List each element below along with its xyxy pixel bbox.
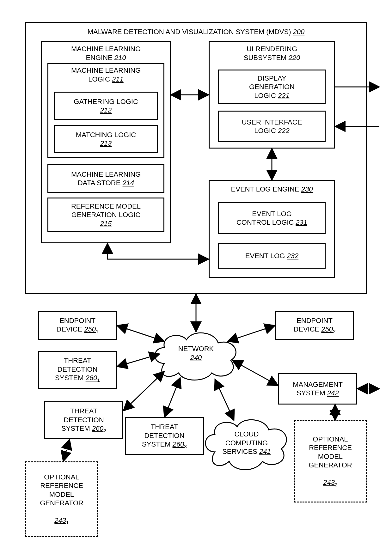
event-log-ref: 232 [287,252,298,260]
network-ref: 240 [190,354,202,362]
matching-title: MATCHING LOGIC [76,131,136,139]
event-log-row: EVENT LOG 232 [245,252,298,260]
mdvs-title: MALWARE DETECTION AND VISUALIZATION SYST… [88,28,291,36]
tds2-row: THREATDETECTIONSYSTEM 2602 [61,407,106,434]
ref-model-gen-row: REFERENCE MODELGENERATION LOGIC215 [71,202,141,228]
opt2-row: OPTIONALREFERENCEMODELGENERATOR2432 [309,435,352,488]
gathering-title: GATHERING LOGIC [74,98,138,106]
tds1-row: THREATDETECTIONSYSTEM 2601 [55,356,100,383]
tds3-row: THREATDETECTIONSYSTEM 2603 [142,423,187,450]
gathering-logic: GATHERING LOGIC 212 [54,92,158,120]
event-engine-ref: 230 [301,185,313,193]
matching-ref: 213 [100,139,112,147]
ui-logic-row: USER INTERFACELOGIC 222 [242,118,302,135]
threat-detection-3: THREATDETECTIONSYSTEM 2603 [125,417,204,455]
display-gen-logic: DISPLAYGENERATIONLOGIC 221 [218,70,326,104]
svg-line-12 [63,439,70,461]
ml-engine-title-row: MACHINE LEARNINGENGINE 210 [71,45,141,62]
endpoint-device-2: ENDPOINTDEVICE 2502 [275,311,354,340]
ref-model-gen-logic: REFERENCE MODELGENERATION LOGIC215 [47,198,164,232]
optional-ref-model-gen-2: OPTIONALREFERENCEMODELGENERATOR2432 [294,420,367,502]
event-log-control: EVENT LOGCONTROL LOGIC 231 [218,202,326,234]
mgmt-row: MANAGEMENTSYSTEM 242 [293,380,343,398]
network-title: NETWORK [178,345,214,353]
ui-sub-row: UI RENDERINGSUBSYSTEM 220 [244,45,300,62]
management-system: MANAGEMENTSYSTEM 242 [278,373,357,405]
event-ctrl-row: EVENT LOGCONTROL LOGIC 231 [236,210,307,227]
gathering-row: GATHERING LOGIC 212 [74,97,138,115]
matching-logic: MATCHING LOGIC 213 [54,125,158,153]
threat-detection-2: THREATDETECTIONSYSTEM 2602 [44,401,123,439]
network-cloud-label: NETWORK 240 [171,344,221,362]
opt1-row: OPTIONALREFERENCEMODELGENERATOR2431 [40,473,83,526]
endpoint1-row: ENDPOINTDEVICE 2501 [56,316,98,335]
threat-detection-1: THREATDETECTIONSYSTEM 2601 [38,351,117,389]
display-gen-row: DISPLAYGENERATIONLOGIC 221 [249,74,295,100]
mdvs-title-row: MALWARE DETECTION AND VISUALIZATION SYST… [88,27,305,36]
cloud-services-label: CLOUDCOMPUTINGSERVICES 241 [218,430,275,456]
endpoint-device-1: ENDPOINTDEVICE 2501 [38,311,117,340]
event-engine-row: EVENT LOG ENGINE 230 [231,185,313,194]
mdvs-ref: 200 [293,28,305,36]
gathering-ref: 212 [100,106,112,114]
optional-ref-model-gen-1: OPTIONALREFERENCEMODELGENERATOR2431 [25,461,98,537]
endpoint2-row: ENDPOINTDEVICE 2502 [293,316,335,335]
user-interface-logic: USER INTERFACELOGIC 222 [218,111,326,142]
matching-row: MATCHING LOGIC 213 [76,131,136,148]
event-log-title: EVENT LOG [245,252,285,260]
ml-datastore-row: MACHINE LEARNINGDATA STORE 214 [71,170,141,187]
svg-line-9 [164,378,180,417]
ml-datastore: MACHINE LEARNINGDATA STORE 214 [47,164,164,193]
ml-logic-title-row: MACHINE LEARNINGLOGIC 211 [71,66,141,83]
event-engine-title: EVENT LOG ENGINE [231,185,299,193]
event-log: EVENT LOG 232 [218,243,326,269]
